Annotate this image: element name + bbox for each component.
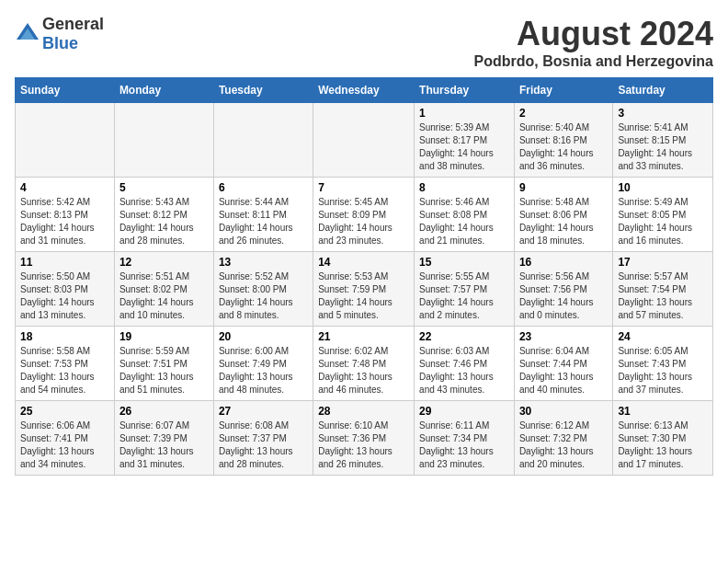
calendar-table: SundayMondayTuesdayWednesdayThursdayFrid… [15,77,713,476]
day-number: 2 [519,107,608,120]
day-number: 31 [618,405,708,418]
day-number: 8 [419,181,509,194]
cell-content: Sunrise: 5:57 AM Sunset: 7:54 PM Dayligh… [618,270,708,322]
calendar-cell: 13Sunrise: 5:52 AM Sunset: 8:00 PM Dayli… [213,252,313,327]
cell-content: Sunrise: 5:42 AM Sunset: 8:13 PM Dayligh… [20,196,109,247]
day-number: 1 [419,107,509,120]
location: Podbrdo, Bosnia and Herzegovina [474,53,713,70]
cell-content: Sunrise: 6:05 AM Sunset: 7:43 PM Dayligh… [618,345,708,396]
header-row: SundayMondayTuesdayWednesdayThursdayFrid… [16,78,713,103]
calendar-cell: 6Sunrise: 5:44 AM Sunset: 8:11 PM Daylig… [213,178,313,252]
cell-content: Sunrise: 5:43 AM Sunset: 8:12 PM Dayligh… [119,196,209,247]
cell-content: Sunrise: 6:02 AM Sunset: 7:48 PM Dayligh… [318,345,409,396]
day-number: 24 [618,330,708,343]
calendar-cell: 15Sunrise: 5:55 AM Sunset: 7:57 PM Dayli… [415,252,515,327]
calendar-cell: 14Sunrise: 5:53 AM Sunset: 7:59 PM Dayli… [313,252,415,327]
calendar-cell [114,103,213,178]
cell-content: Sunrise: 5:53 AM Sunset: 7:59 PM Dayligh… [318,270,409,322]
day-number: 11 [20,256,109,269]
cell-content: Sunrise: 6:13 AM Sunset: 7:30 PM Dayligh… [618,419,708,471]
cell-content: Sunrise: 5:48 AM Sunset: 8:06 PM Dayligh… [519,196,608,247]
calendar-cell: 17Sunrise: 5:57 AM Sunset: 7:54 PM Dayli… [613,252,713,327]
day-number: 27 [219,405,308,418]
day-number: 16 [519,256,608,269]
calendar-cell: 27Sunrise: 6:08 AM Sunset: 7:37 PM Dayli… [213,401,313,476]
calendar-cell: 20Sunrise: 6:00 AM Sunset: 7:49 PM Dayli… [213,327,313,401]
cell-content: Sunrise: 5:55 AM Sunset: 7:57 PM Dayligh… [419,270,509,322]
calendar-cell: 12Sunrise: 5:51 AM Sunset: 8:02 PM Dayli… [114,252,213,327]
calendar-cell: 29Sunrise: 6:11 AM Sunset: 7:34 PM Dayli… [415,401,515,476]
day-number: 5 [119,181,209,194]
calendar-cell: 2Sunrise: 5:40 AM Sunset: 8:16 PM Daylig… [514,103,612,178]
calendar-cell: 24Sunrise: 6:05 AM Sunset: 7:43 PM Dayli… [613,327,713,401]
cell-content: Sunrise: 5:39 AM Sunset: 8:17 PM Dayligh… [419,121,509,173]
cell-content: Sunrise: 6:08 AM Sunset: 7:37 PM Dayligh… [219,419,308,471]
calendar-cell: 19Sunrise: 5:59 AM Sunset: 7:51 PM Dayli… [114,327,213,401]
calendar-cell: 21Sunrise: 6:02 AM Sunset: 7:48 PM Dayli… [313,327,415,401]
day-number: 15 [419,256,509,269]
cell-content: Sunrise: 6:06 AM Sunset: 7:41 PM Dayligh… [20,419,109,471]
cell-content: Sunrise: 6:03 AM Sunset: 7:46 PM Dayligh… [419,345,509,396]
cell-content: Sunrise: 5:41 AM Sunset: 8:15 PM Dayligh… [618,121,708,173]
day-number: 17 [618,256,708,269]
calendar-cell: 3Sunrise: 5:41 AM Sunset: 8:15 PM Daylig… [613,103,713,178]
calendar-cell: 5Sunrise: 5:43 AM Sunset: 8:12 PM Daylig… [114,178,213,252]
cell-content: Sunrise: 5:51 AM Sunset: 8:02 PM Dayligh… [119,270,209,322]
day-number: 18 [20,330,109,343]
calendar-cell [313,103,415,178]
day-number: 7 [318,181,409,194]
calendar-cell: 8Sunrise: 5:46 AM Sunset: 8:08 PM Daylig… [415,178,515,252]
calendar-cell: 9Sunrise: 5:48 AM Sunset: 8:06 PM Daylig… [514,178,612,252]
day-of-week-header: Saturday [613,78,713,103]
cell-content: Sunrise: 5:49 AM Sunset: 8:05 PM Dayligh… [618,196,708,247]
cell-content: Sunrise: 6:11 AM Sunset: 7:34 PM Dayligh… [419,419,509,471]
month-year: August 2024 [474,15,713,53]
day-number: 13 [219,256,308,269]
cell-content: Sunrise: 5:44 AM Sunset: 8:11 PM Dayligh… [219,196,308,247]
day-number: 23 [519,330,608,343]
calendar-cell: 30Sunrise: 6:12 AM Sunset: 7:32 PM Dayli… [514,401,612,476]
cell-content: Sunrise: 5:52 AM Sunset: 8:00 PM Dayligh… [219,270,308,322]
cell-content: Sunrise: 5:56 AM Sunset: 7:56 PM Dayligh… [519,270,608,322]
day-number: 25 [20,405,109,418]
calendar-week-row: 25Sunrise: 6:06 AM Sunset: 7:41 PM Dayli… [16,401,713,476]
calendar-cell: 22Sunrise: 6:03 AM Sunset: 7:46 PM Dayli… [415,327,515,401]
day-number: 29 [419,405,509,418]
day-number: 22 [419,330,509,343]
cell-content: Sunrise: 6:04 AM Sunset: 7:44 PM Dayligh… [519,345,608,396]
calendar-cell: 18Sunrise: 5:58 AM Sunset: 7:53 PM Dayli… [16,327,115,401]
day-of-week-header: Friday [514,78,612,103]
day-of-week-header: Thursday [415,78,515,103]
logo-general: General [42,15,104,33]
logo-icon [15,21,40,47]
day-number: 14 [318,256,409,269]
calendar-cell: 23Sunrise: 6:04 AM Sunset: 7:44 PM Dayli… [514,327,612,401]
day-number: 19 [119,330,209,343]
day-number: 3 [618,107,708,120]
cell-content: Sunrise: 6:00 AM Sunset: 7:49 PM Dayligh… [219,345,308,396]
calendar-cell: 31Sunrise: 6:13 AM Sunset: 7:30 PM Dayli… [613,401,713,476]
cell-content: Sunrise: 6:12 AM Sunset: 7:32 PM Dayligh… [519,419,608,471]
logo-blue: Blue [42,34,78,52]
cell-content: Sunrise: 5:46 AM Sunset: 8:08 PM Dayligh… [419,196,509,247]
calendar-cell: 4Sunrise: 5:42 AM Sunset: 8:13 PM Daylig… [16,178,115,252]
day-number: 12 [119,256,209,269]
cell-content: Sunrise: 5:40 AM Sunset: 8:16 PM Dayligh… [519,121,608,173]
calendar-week-row: 4Sunrise: 5:42 AM Sunset: 8:13 PM Daylig… [16,178,713,252]
day-number: 6 [219,181,308,194]
calendar-cell [213,103,313,178]
calendar-cell: 26Sunrise: 6:07 AM Sunset: 7:39 PM Dayli… [114,401,213,476]
calendar-cell: 11Sunrise: 5:50 AM Sunset: 8:03 PM Dayli… [16,252,115,327]
logo: General Blue [15,15,104,53]
calendar-cell: 28Sunrise: 6:10 AM Sunset: 7:36 PM Dayli… [313,401,415,476]
day-of-week-header: Monday [114,78,213,103]
cell-content: Sunrise: 5:45 AM Sunset: 8:09 PM Dayligh… [318,196,409,247]
day-number: 30 [519,405,608,418]
calendar-week-row: 11Sunrise: 5:50 AM Sunset: 8:03 PM Dayli… [16,252,713,327]
day-number: 26 [119,405,209,418]
cell-content: Sunrise: 5:50 AM Sunset: 8:03 PM Dayligh… [20,270,109,322]
day-of-week-header: Tuesday [213,78,313,103]
cell-content: Sunrise: 6:07 AM Sunset: 7:39 PM Dayligh… [119,419,209,471]
calendar-week-row: 1Sunrise: 5:39 AM Sunset: 8:17 PM Daylig… [16,103,713,178]
day-of-week-header: Wednesday [313,78,415,103]
